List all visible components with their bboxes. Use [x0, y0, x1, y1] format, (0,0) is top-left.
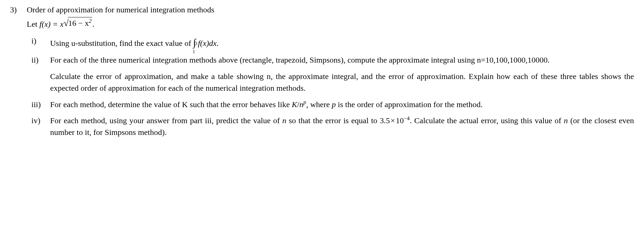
para2: Calculate the error of approximation, an… — [50, 71, 634, 94]
frac-den-exp: p — [303, 99, 306, 105]
subpart-body: Using u-substitution, find the exact val… — [50, 35, 634, 50]
text-before: For each method, using your answer from … — [50, 116, 282, 125]
problem-intro: Let f(x) = x√16 − x2. — [27, 17, 634, 30]
sqrt-const: 16 − x — [68, 19, 89, 27]
integral: ∫31 f(x)dx — [193, 39, 217, 48]
intro-math: f(x) = x√16 − x2 — [39, 20, 92, 28]
sqrt-exp: 2 — [89, 18, 92, 24]
slash-icon: / — [297, 100, 299, 109]
text-after: is the order of approximation for the me… — [336, 100, 483, 109]
intro-prefix: Let — [27, 20, 39, 28]
subpart-body: For each method, determine the value of … — [50, 99, 634, 110]
subpart-body: For each of the three numerical integrat… — [50, 54, 634, 94]
frac-den-base: n — [299, 100, 303, 109]
subpart-label: iv) — [31, 115, 50, 127]
problem: 3) Order of approximation for numerical … — [10, 4, 634, 143]
n-var-2: n — [564, 116, 568, 125]
subpart-iv: iv) For each method, using your answer f… — [31, 115, 634, 138]
sqrt-body: 16 − x2 — [68, 17, 92, 29]
subpart-i: i) Using u-substitution, find the exact … — [31, 35, 634, 50]
subpart-iii: iii) For each method, determine the valu… — [31, 99, 634, 110]
text-before: For each method, determine the value of … — [50, 100, 292, 109]
p-var: p — [332, 100, 336, 109]
text-mid: , where — [306, 100, 332, 109]
subpart-label: iii) — [31, 99, 50, 110]
n-var: n — [282, 116, 286, 125]
text-mid2: . Calculate the actual error, using this… — [410, 116, 564, 125]
subpart-body: For each method, using your answer from … — [50, 115, 634, 138]
para1: For each of the three numerical integrat… — [50, 54, 634, 66]
problem-body: Order of approximation for numerical int… — [27, 4, 634, 143]
frac-num: K — [292, 100, 297, 109]
times-icon: × — [390, 116, 396, 125]
exp: −4 — [404, 115, 410, 122]
sci-notation: 3.5×10−4 — [380, 116, 410, 125]
integrand-dx: dx — [209, 39, 217, 48]
text-before: Using u-substitution, find the exact val… — [50, 39, 193, 48]
integral-lower: 1 — [192, 48, 195, 55]
intro-suffix: . — [92, 20, 94, 28]
mantissa: 3.5 — [380, 116, 390, 125]
subpart-label: ii) — [31, 54, 50, 66]
error-fraction: K/np — [292, 99, 306, 110]
fx: f(x) = x — [39, 20, 63, 28]
subpart-label: i) — [31, 35, 50, 47]
integral-upper: 3 — [195, 40, 197, 47]
sqrt: √16 − x2 — [63, 17, 92, 30]
base: 10 — [396, 116, 404, 125]
subparts: i) Using u-substitution, find the exact … — [27, 35, 634, 138]
integrand-f: f(x) — [196, 39, 209, 48]
text-after: . — [217, 39, 219, 48]
text-mid1: so that the error is equal to — [286, 116, 380, 125]
subpart-ii: ii) For each of the three numerical inte… — [31, 54, 634, 94]
problem-title: Order of approximation for numerical int… — [27, 4, 634, 16]
problem-number: 3) — [10, 4, 27, 16]
sqrt-sign-icon: √ — [63, 16, 69, 30]
